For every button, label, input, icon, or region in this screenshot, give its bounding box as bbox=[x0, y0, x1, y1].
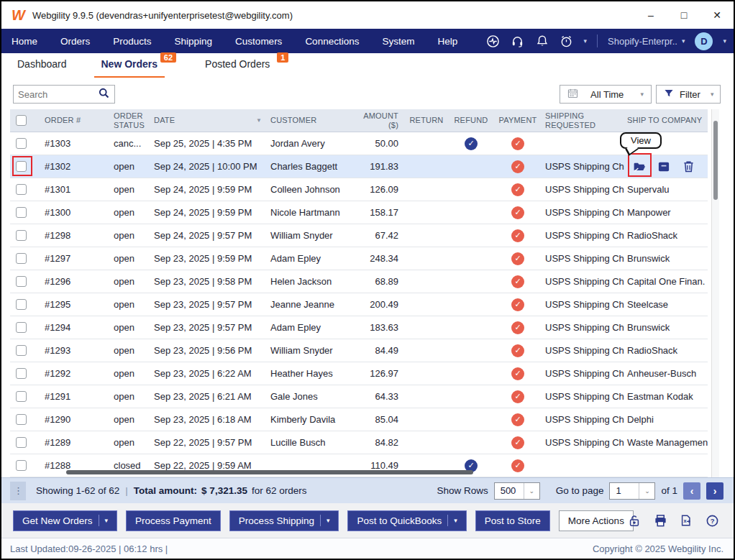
row-checkbox[interactable] bbox=[16, 460, 27, 471]
search-input[interactable] bbox=[14, 89, 98, 100]
order-number[interactable]: #1290 bbox=[42, 414, 111, 425]
notifications-bell-icon[interactable] bbox=[535, 34, 549, 48]
row-checkbox[interactable] bbox=[16, 368, 27, 379]
tab-dashboard[interactable]: Dashboard bbox=[10, 53, 74, 76]
order-number[interactable]: #1295 bbox=[42, 299, 111, 310]
next-page-button[interactable]: › bbox=[706, 482, 723, 500]
row-checkbox[interactable] bbox=[16, 437, 27, 448]
help-icon[interactable]: ? bbox=[705, 513, 719, 528]
table-row[interactable]: #1298openSep 24, 2025 | 9:57 PMWilliam S… bbox=[10, 224, 708, 247]
unlock-icon[interactable] bbox=[627, 513, 642, 528]
select-all-checkbox[interactable] bbox=[16, 115, 27, 126]
column-header[interactable]: ORDER # bbox=[42, 116, 111, 125]
table-row[interactable]: #1302openSep 24, 2025 | 10:00 PMCharles … bbox=[10, 155, 708, 178]
more-actions-button[interactable]: More Actions bbox=[559, 510, 634, 531]
get-new-orders-button[interactable]: Get New Orders▾ bbox=[13, 510, 117, 531]
post-to-quickbooks-button[interactable]: Post to QuickBooks▾ bbox=[347, 510, 466, 531]
row-checkbox[interactable] bbox=[16, 322, 27, 333]
maximize-button[interactable]: □ bbox=[667, 1, 700, 29]
order-number[interactable]: #1294 bbox=[42, 322, 111, 333]
order-number[interactable]: #1302 bbox=[42, 161, 111, 172]
search-icon[interactable] bbox=[98, 87, 114, 102]
order-number[interactable]: #1300 bbox=[42, 207, 111, 218]
scheduler-caret-icon[interactable]: ▾ bbox=[584, 37, 588, 45]
process-shipping-button[interactable]: Process Shipping▾ bbox=[229, 510, 339, 531]
row-checkbox[interactable] bbox=[16, 391, 27, 402]
date-range-dropdown[interactable]: All Time ▾ bbox=[560, 85, 652, 104]
row-checkbox[interactable] bbox=[16, 184, 27, 195]
row-checkbox[interactable] bbox=[16, 207, 27, 218]
export-excel-icon[interactable]: x bbox=[679, 513, 693, 528]
scheduler-alarm-icon[interactable] bbox=[560, 34, 574, 48]
menu-item-connections[interactable]: Connections bbox=[293, 29, 370, 53]
row-checkbox[interactable] bbox=[16, 230, 27, 241]
process-payment-button[interactable]: Process Payment bbox=[126, 510, 221, 531]
show-rows-select[interactable]: 500 ⌄ bbox=[494, 482, 540, 500]
menu-item-home[interactable]: Home bbox=[1, 29, 49, 53]
tab-posted-orders[interactable]: Posted Orders 1 bbox=[198, 53, 277, 76]
table-row[interactable]: #1301openSep 24, 2025 | 9:59 PMColleen J… bbox=[10, 178, 708, 201]
row-checkbox[interactable] bbox=[16, 414, 27, 425]
row-checkbox[interactable] bbox=[16, 345, 27, 356]
user-avatar[interactable]: D bbox=[695, 32, 713, 50]
row-checkbox[interactable] bbox=[16, 253, 27, 264]
column-header[interactable]: ORDER STATUS bbox=[111, 111, 151, 129]
order-number[interactable]: #1289 bbox=[42, 437, 111, 448]
order-number[interactable]: #1298 bbox=[42, 230, 111, 241]
table-row[interactable]: #1292openSep 23, 2025 | 6:22 AMHeather H… bbox=[10, 362, 708, 385]
vertical-scrollbar-thumb[interactable] bbox=[713, 121, 718, 200]
print-icon[interactable] bbox=[653, 513, 667, 528]
column-header[interactable]: REFUND bbox=[449, 116, 493, 125]
page-select[interactable]: 1 ⌄ bbox=[609, 482, 655, 500]
filter-dropdown[interactable]: Filter ▾ bbox=[656, 85, 721, 104]
menu-item-system[interactable]: System bbox=[370, 29, 426, 53]
table-row[interactable]: #1303canc...Sep 25, 2025 | 4:35 PMJordan… bbox=[10, 132, 708, 155]
table-row[interactable]: #1297openSep 23, 2025 | 9:59 PMAdam Eple… bbox=[10, 247, 708, 270]
menu-item-shipping[interactable]: Shipping bbox=[163, 29, 224, 53]
post-to-store-button[interactable]: Post to Store bbox=[475, 510, 550, 531]
table-row[interactable]: #1294openSep 23, 2025 | 9:57 PMAdam Eple… bbox=[10, 316, 708, 339]
column-header[interactable]: CUSTOMER bbox=[268, 116, 351, 125]
drag-handle-icon[interactable]: ⋮ bbox=[10, 482, 26, 500]
search-box[interactable] bbox=[13, 85, 115, 104]
store-selector[interactable]: Shopify-Enterpr.. ▾ bbox=[608, 36, 685, 47]
menu-item-orders[interactable]: Orders bbox=[49, 29, 101, 53]
support-headset-icon[interactable] bbox=[511, 34, 525, 48]
table-row[interactable]: #1293openSep 23, 2025 | 9:56 PMWilliam S… bbox=[10, 339, 708, 362]
archive-order-icon[interactable] bbox=[657, 160, 670, 173]
previous-page-button[interactable]: ‹ bbox=[683, 482, 700, 500]
table-row[interactable]: #1295openSep 23, 2025 | 9:57 PMJeanne Je… bbox=[10, 293, 708, 316]
activity-status-icon[interactable] bbox=[486, 34, 501, 48]
order-number[interactable]: #1288 bbox=[42, 460, 111, 471]
column-header[interactable]: AMOUNT ($) bbox=[351, 111, 404, 129]
avatar-caret-icon[interactable]: ▾ bbox=[723, 37, 726, 45]
table-row[interactable]: #1291openSep 23, 2025 | 6:21 AMGale Jone… bbox=[10, 385, 708, 408]
menu-item-help[interactable]: Help bbox=[426, 29, 469, 53]
column-header[interactable]: DATE▼ bbox=[151, 116, 268, 125]
table-row[interactable]: #1296openSep 23, 2025 | 9:58 PMHelen Jac… bbox=[10, 270, 708, 293]
column-header[interactable]: RETURN bbox=[404, 116, 449, 125]
column-header[interactable]: SHIPPING REQUESTED bbox=[542, 111, 624, 129]
table-row[interactable]: #1300openSep 24, 2025 | 9:59 PMNicole Ha… bbox=[10, 201, 708, 224]
column-header[interactable]: PAYMENT bbox=[493, 116, 542, 125]
column-header[interactable]: SHIP TO COMPANY bbox=[624, 116, 708, 125]
row-checkbox[interactable] bbox=[16, 299, 27, 310]
table-row[interactable]: #1290openSep 23, 2025 | 6:18 AMKimberly … bbox=[10, 408, 708, 431]
order-number[interactable]: #1291 bbox=[42, 391, 111, 402]
vertical-scrollbar[interactable] bbox=[711, 109, 719, 477]
row-checkbox[interactable] bbox=[16, 276, 27, 287]
order-number[interactable]: #1301 bbox=[42, 184, 111, 195]
close-button[interactable]: ✕ bbox=[700, 1, 734, 29]
sort-caret-icon[interactable]: ▼ bbox=[256, 117, 265, 124]
order-number[interactable]: #1296 bbox=[42, 276, 111, 287]
row-checkbox[interactable] bbox=[16, 138, 27, 149]
order-number[interactable]: #1297 bbox=[42, 253, 111, 264]
delete-order-icon[interactable] bbox=[682, 160, 695, 173]
order-number[interactable]: #1303 bbox=[42, 138, 111, 149]
minimize-button[interactable]: – bbox=[634, 1, 667, 29]
order-number[interactable]: #1293 bbox=[42, 345, 111, 356]
table-row[interactable]: #1289openSep 22, 2025 | 9:57 PMLucille B… bbox=[10, 431, 708, 454]
menu-item-customers[interactable]: Customers bbox=[224, 29, 293, 53]
horizontal-scrollbar-thumb[interactable] bbox=[66, 470, 473, 474]
menu-item-products[interactable]: Products bbox=[101, 29, 163, 53]
